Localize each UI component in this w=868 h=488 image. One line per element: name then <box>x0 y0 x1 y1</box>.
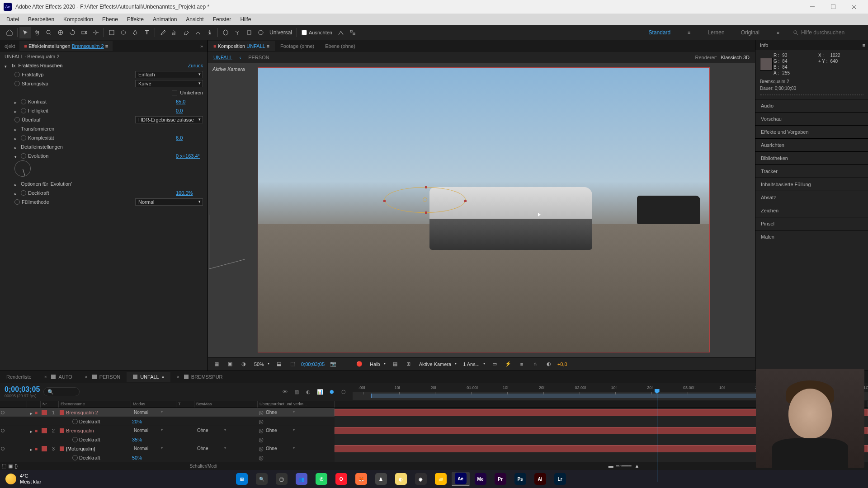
snap-grid-button[interactable] <box>347 27 359 38</box>
twirl-icon[interactable] <box>30 446 35 451</box>
views-dropdown[interactable]: 1 Ans... <box>461 361 486 368</box>
taskbar-app-lr[interactable]: Lr <box>551 472 569 486</box>
rotate-tool[interactable] <box>66 27 78 38</box>
selection-tool[interactable] <box>19 27 31 38</box>
workspace-overflow[interactable]: » <box>772 27 784 38</box>
shy-button[interactable]: 👁 <box>280 387 289 396</box>
menu-komposition[interactable]: Komposition <box>59 14 98 24</box>
taskbar-app-teams[interactable]: 👥 <box>292 472 311 486</box>
align-panel[interactable]: Ausrichten <box>755 138 868 151</box>
mask-handle[interactable] <box>425 211 427 214</box>
workspace-menu-icon[interactable]: ≡ <box>683 27 695 38</box>
current-time-indicator[interactable] <box>657 392 657 482</box>
taskbar-app-ps[interactable]: Ps <box>511 472 529 486</box>
twirl-icon[interactable] <box>14 136 19 140</box>
visibility-toggle[interactable] <box>1 447 5 450</box>
draft-3d-button[interactable]: ⬢ <box>327 387 336 396</box>
tab-overflow[interactable]: » <box>196 41 208 51</box>
twirl-icon[interactable] <box>30 428 35 433</box>
parent-dropdown[interactable]: Ohne <box>264 427 296 433</box>
trkmat-dropdown[interactable]: Ohne <box>195 446 227 451</box>
panel-menu-icon[interactable]: ≡ <box>863 42 865 48</box>
layer-row[interactable]: Deckkraft 35% @ <box>0 435 868 444</box>
twirl-icon[interactable] <box>30 410 35 415</box>
mask-handle[interactable] <box>383 200 386 202</box>
visibility-toggle[interactable] <box>1 429 5 432</box>
hand-tool[interactable] <box>31 27 43 38</box>
stopwatch-icon[interactable] <box>21 190 26 196</box>
effect-name[interactable]: Fraktales Rauschen <box>19 63 185 68</box>
helligkeit-value[interactable]: 0,0 <box>176 108 203 113</box>
audio-panel[interactable]: Audio <box>755 99 868 112</box>
stopwatch-icon[interactable] <box>21 99 26 104</box>
toggle-transfer-icon[interactable]: ▣ <box>8 463 13 469</box>
always-preview-button[interactable]: ▦ <box>212 359 222 369</box>
reset-button[interactable]: Zurück <box>188 63 203 68</box>
frame-blend-button[interactable]: ▧ <box>292 387 301 396</box>
layer-row[interactable]: ■ 1 Bremsqualm 2 Normal @Ohne <box>0 408 868 417</box>
home-button[interactable] <box>4 27 15 38</box>
motion-blur-button[interactable]: ◐ <box>304 387 313 396</box>
twirl-icon[interactable] <box>14 108 19 113</box>
roi-button[interactable]: ⬚ <box>288 359 297 369</box>
exposure-reset-button[interactable]: ◐ <box>544 359 554 369</box>
prop-evo-opt[interactable]: Optionen für 'Evolution' <box>21 181 72 187</box>
deckkraft-value[interactable]: 100,0% <box>176 190 203 196</box>
pixel-aspect-button[interactable]: ▭ <box>490 359 500 369</box>
ausrichten-checkbox[interactable] <box>302 30 307 35</box>
menu-ansicht[interactable]: Ansicht <box>181 14 208 24</box>
stopwatch-icon[interactable] <box>72 455 78 460</box>
transparency-button[interactable]: ▣ <box>225 359 235 369</box>
libraries-panel[interactable]: Bibliotheken <box>755 151 868 164</box>
parent-dropdown[interactable]: Ohne <box>264 409 296 415</box>
mask-ellipse[interactable] <box>384 187 466 213</box>
exposure-value[interactable]: +0,0 <box>557 361 567 367</box>
layer-row[interactable]: ■ 3 [Motorqualm] Normal Ohne @Ohne <box>0 444 868 453</box>
twirl-icon[interactable] <box>14 191 19 195</box>
3d-mode-button[interactable] <box>220 27 231 38</box>
effect-header[interactable]: fx Fraktales Rauschen Zurück <box>2 61 206 70</box>
timecode-display[interactable]: 0;00;03;05 <box>301 361 325 367</box>
menu-ebene[interactable]: Ebene <box>98 14 123 24</box>
preview-panel[interactable]: Vorschau <box>755 112 868 125</box>
fraktaltyp-dropdown[interactable]: Einfach <box>135 71 203 78</box>
mask-button[interactable]: ◑ <box>239 359 249 369</box>
taskbar-app-pr[interactable]: Pr <box>491 472 509 486</box>
effects-layer-link[interactable]: Bremsqualm 2 <box>72 43 104 49</box>
orbit-tool[interactable] <box>55 27 66 38</box>
visibility-toggle[interactable] <box>1 411 5 414</box>
composition-tab[interactable]: ■ Komposition UNFALL ≡ <box>208 41 275 51</box>
twirl-icon[interactable] <box>14 182 19 186</box>
taskbar-app-ai[interactable]: Ai <box>531 472 549 486</box>
help-search-input[interactable] <box>801 29 864 36</box>
paragraph-panel[interactable]: Absatz <box>755 191 868 204</box>
umkehren-checkbox[interactable]: Umkehren <box>172 90 203 95</box>
camera-tool[interactable] <box>78 27 90 38</box>
label-color[interactable] <box>42 410 47 415</box>
zoom-dropdown[interactable]: 50% <box>252 361 270 368</box>
maximize-button[interactable] <box>823 0 844 14</box>
nest-unfall[interactable]: UNFALL <box>213 55 232 60</box>
pickwhip-icon[interactable]: @ <box>259 428 264 433</box>
stopwatch-icon[interactable] <box>21 135 26 141</box>
prop-transformieren[interactable]: Transformieren <box>21 126 54 131</box>
stopwatch-icon[interactable] <box>72 437 78 442</box>
twirl-icon[interactable] <box>14 154 19 158</box>
snap-option-button[interactable] <box>335 27 347 38</box>
stopwatch-icon[interactable] <box>21 108 26 113</box>
zoom-tool[interactable] <box>43 27 55 38</box>
layer-search[interactable] <box>43 387 277 396</box>
snapshot-button[interactable]: 📷 <box>328 359 338 369</box>
snapping-toggle[interactable]: Ausrichten <box>299 30 335 35</box>
timeline-tab-bremsspur[interactable]: ×BREMSSPUR <box>170 372 229 382</box>
paint-panel[interactable]: Malen <box>755 230 868 243</box>
timeline-tab-person[interactable]: ×PERSON <box>79 372 127 382</box>
timeline-timecode[interactable]: 0;00;03;05 <box>5 385 40 394</box>
menu-effekte[interactable]: Effekte <box>123 14 148 24</box>
twirl-icon[interactable] <box>14 145 19 149</box>
character-panel[interactable]: Zeichen <box>755 204 868 217</box>
menu-hilfe[interactable]: Hilfe <box>236 14 255 24</box>
parent-dropdown[interactable]: Ohne <box>264 446 296 451</box>
brush-panel[interactable]: Pinsel <box>755 217 868 230</box>
trkmat-dropdown[interactable]: Ohne <box>195 427 227 433</box>
